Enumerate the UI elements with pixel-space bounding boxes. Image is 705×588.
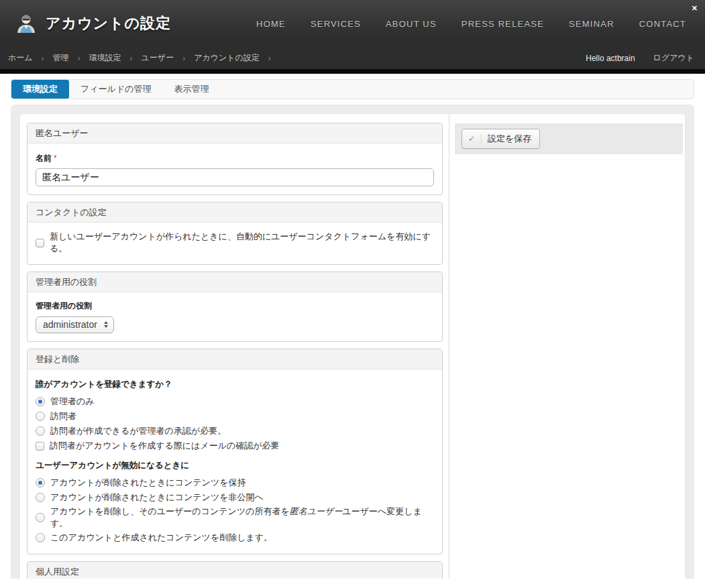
register-option-email-verification[interactable]: 訪問者がアカウントを作成する際にはメールの確認が必要 (36, 439, 434, 453)
checkbox-icon[interactable] (36, 442, 44, 451)
user-settings-icon (15, 11, 38, 37)
admin-role-select[interactable]: administrator (36, 316, 114, 333)
main-nav: HOME SERVICES ABOUT US PRESS RELEASE SEM… (256, 19, 690, 29)
cancel-option-unpublish-content[interactable]: アカウントが削除されたときにコンテンツを非公開へ (36, 491, 434, 504)
cancel-option-keep-content[interactable]: アカウントが削除されたときにコンテンツを保持 (36, 476, 434, 489)
radio-label[interactable]: 訪問者 (50, 410, 76, 422)
account-cancel-label: ユーザーアカウントが無効になるときに (36, 460, 434, 471)
content-panel: 匿名ユーザー 名前* コンタクトの設定 新しいユーザーアカウントが作られたときに… (20, 114, 685, 579)
cancel-option-delete-content[interactable]: このアカウントと作成されたコンテンツを削除します。 (36, 531, 434, 544)
fieldset-admin-role: 管理者用の役割 管理者用の役割 administrator (27, 272, 443, 342)
fieldset-legend: コンタクトの設定 (28, 202, 442, 223)
radio-icon[interactable] (36, 533, 45, 542)
radio-icon[interactable] (36, 513, 45, 522)
radio-icon[interactable] (36, 397, 45, 406)
actions-sidebar: ✓ 設定を保存 (449, 114, 685, 579)
nav-item-services[interactable]: SERVICES (311, 19, 361, 29)
fieldset-registration: 登録と削除 誰がアカウントを登録できますか？ 管理者のみ 訪問者 訪問者が作成で… (27, 349, 443, 554)
radio-icon[interactable] (36, 493, 45, 502)
breadcrumb-item-config[interactable]: 環境設定 (89, 52, 121, 64)
close-overlay-icon[interactable]: ✕ (692, 5, 698, 12)
breadcrumb-item-admin[interactable]: 管理 (53, 52, 69, 64)
nav-item-home[interactable]: HOME (256, 19, 286, 29)
breadcrumb-separator: › (130, 54, 133, 63)
checkbox-label[interactable]: 訪問者がアカウントを作成する際にはメールの確認が必要 (50, 440, 280, 452)
settings-form: 匿名ユーザー 名前* コンタクトの設定 新しいユーザーアカウントが作られたときに… (20, 114, 449, 579)
register-option-visitors[interactable]: 訪問者 (36, 410, 434, 423)
who-can-register-label: 誰がアカウントを登録できますか？ (36, 379, 434, 390)
radio-label[interactable]: 訪問者が作成できるが管理者の承認が必要。 (50, 425, 226, 437)
breadcrumb-separator: › (78, 54, 80, 63)
tab-manage-fields[interactable]: フィールドの管理 (69, 80, 163, 99)
overlay-header: アカウントの設定 HOME SERVICES ABOUT US PRESS RE… (0, 0, 705, 47)
nav-item-seminar[interactable]: SEMINAR (569, 19, 614, 29)
fieldset-legend: 匿名ユーザー (28, 123, 442, 143)
checkbox-label[interactable]: 新しいユーザーアカウントが作られたときに、自動的にユーザーコンタクトフォームを有… (50, 231, 434, 255)
tabs-bar: 環境設定 フィールドの管理 表示管理 (11, 79, 694, 99)
required-mark: * (54, 154, 57, 163)
radio-label[interactable]: アカウントを削除し、そのユーザーのコンテンツの所有者を匿名ユーザーユーザーへ変更… (50, 506, 434, 530)
logout-link[interactable]: ログアウト (653, 52, 694, 64)
nav-item-about-us[interactable]: ABOUT US (386, 19, 437, 29)
fieldset-personalization: 個人用設定 署名の有効化 ユーザーアバターを有効にします。 (27, 561, 443, 579)
register-option-admins-only[interactable]: 管理者のみ (36, 395, 434, 408)
nav-item-press-release[interactable]: PRESS RELEASE (462, 19, 544, 29)
breadcrumb-separator: › (268, 54, 271, 63)
name-label: 名前 (36, 154, 52, 163)
radio-label[interactable]: アカウントが削除されたときにコンテンツを保持 (50, 477, 246, 489)
radio-label[interactable]: アカウントが削除されたときにコンテンツを非公開へ (50, 491, 264, 504)
checkbox-icon[interactable] (36, 239, 44, 247)
radio-icon[interactable] (36, 412, 45, 421)
anonymous-name-input[interactable] (36, 168, 434, 186)
register-option-approval-required[interactable]: 訪問者が作成できるが管理者の承認が必要。 (36, 424, 434, 438)
save-settings-button[interactable]: ✓ 設定を保存 (462, 129, 540, 149)
fieldset-contact-settings: コンタクトの設定 新しいユーザーアカウントが作られたときに、自動的にユーザーコン… (27, 202, 443, 265)
page-title: アカウントの設定 (46, 13, 171, 34)
fieldset-legend: 登録と削除 (28, 349, 442, 369)
header-divider (0, 69, 705, 74)
radio-label[interactable]: 管理者のみ (50, 396, 95, 408)
radio-label[interactable]: このアカウントと作成されたコンテンツを削除します。 (50, 532, 272, 544)
select-value: administrator (43, 319, 97, 330)
content-well: 匿名ユーザー 名前* コンタクトの設定 新しいユーザーアカウントが作られたときに… (11, 105, 694, 579)
nav-item-contact[interactable]: CONTACT (639, 19, 686, 29)
save-button-label: 設定を保存 (488, 133, 531, 145)
user-greeting: Hello actbrain (586, 54, 635, 63)
select-stepper-icon (104, 321, 108, 328)
breadcrumb-separator: › (42, 54, 44, 63)
cancel-option-reassign-content[interactable]: アカウントを削除し、そのユーザーのコンテンツの所有者を匿名ユーザーユーザーへ変更… (36, 506, 434, 530)
tab-settings[interactable]: 環境設定 (11, 80, 69, 99)
fieldset-legend: 管理者用の役割 (28, 272, 442, 292)
tab-manage-display[interactable]: 表示管理 (163, 80, 221, 99)
fieldset-legend: 個人用設定 (28, 562, 442, 579)
actions-strip: ✓ 設定を保存 (455, 123, 683, 154)
admin-role-label: 管理者用の役割 (36, 300, 434, 312)
breadcrumb-separator: › (182, 54, 185, 63)
breadcrumb-item-home[interactable]: ホーム (8, 52, 33, 64)
breadcrumb-item-account-settings[interactable]: アカウントの設定 (194, 52, 260, 64)
radio-icon[interactable] (36, 478, 45, 487)
breadcrumb: ホーム › 管理 › 環境設定 › ユーザー › アカウントの設定 › Hell… (0, 47, 705, 69)
breadcrumb-item-people[interactable]: ユーザー (142, 52, 174, 64)
check-icon: ✓ (468, 134, 482, 143)
contact-form-checkbox-row[interactable]: 新しいユーザーアカウントが作られたときに、自動的にユーザーコンタクトフォームを有… (36, 231, 434, 255)
fieldset-anonymous-user: 匿名ユーザー 名前* (27, 123, 443, 195)
radio-icon[interactable] (36, 426, 45, 436)
